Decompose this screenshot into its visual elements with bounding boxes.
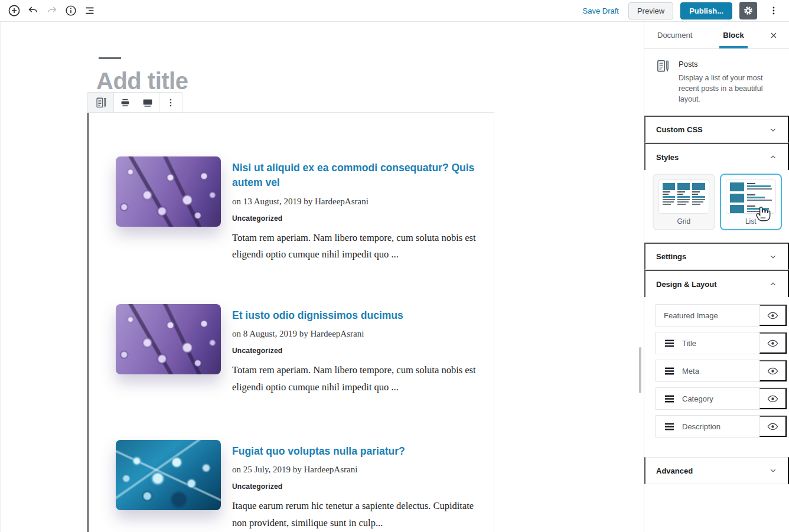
tab-document[interactable]: Document <box>656 22 693 48</box>
post-body: Nisi ut aliquid ex ea commodi consequatu… <box>232 161 477 263</box>
post-title-link[interactable]: Fugiat quo voluptas nulla pariatur? <box>232 444 477 459</box>
layout-row-description[interactable]: Description <box>655 415 787 438</box>
post-category-link[interactable]: Uncategorized <box>232 482 477 491</box>
post-excerpt: Itaque earum rerum hic tenetur a sapient… <box>232 498 480 531</box>
layout-row-featured-image[interactable]: Featured Image <box>655 304 787 327</box>
ellipsis-vertical-icon <box>165 97 177 109</box>
block-info-card: Posts Display a list of your most recent… <box>644 49 789 116</box>
layout-row-meta[interactable]: Meta <box>655 360 787 382</box>
eye-icon <box>767 393 779 405</box>
active-tab-underline <box>719 46 747 48</box>
eye-icon <box>767 309 779 322</box>
posts-block-icon <box>94 96 107 109</box>
wide-width-button[interactable] <box>114 93 136 112</box>
style-option-grid-label: Grid <box>658 217 709 226</box>
content-structure-button[interactable] <box>61 1 80 20</box>
post-featured-image[interactable] <box>116 440 221 510</box>
tab-block-label: Block <box>723 31 744 40</box>
chevron-down-icon <box>768 125 778 135</box>
styles-options: Grid List <box>644 170 789 243</box>
block-navigation-button[interactable] <box>80 1 99 20</box>
toggle-visibility-button[interactable] <box>759 332 787 354</box>
more-tools-button[interactable] <box>764 1 783 20</box>
hand-cursor-icon <box>755 203 772 222</box>
drag-handle-icon[interactable] <box>664 422 675 431</box>
drag-handle-icon[interactable] <box>664 394 675 403</box>
toggle-visibility-button[interactable] <box>759 388 787 409</box>
block-inserter-button[interactable] <box>5 1 24 20</box>
design-layout-rows: Featured Image Title Meta <box>644 297 789 457</box>
panel-settings-label: Settings <box>656 252 686 261</box>
post-title-link[interactable]: Nisi ut aliquid ex ea commodi consequatu… <box>232 161 477 191</box>
full-width-button[interactable] <box>136 93 159 112</box>
post-title-input[interactable]: Add title <box>96 68 188 94</box>
block-more-options-button[interactable] <box>159 93 182 112</box>
more-menu-icon <box>768 5 780 17</box>
block-info-text: Posts Display a list of your most recent… <box>679 58 783 105</box>
post-meta: on 13 August, 2019 by HardeepAsrani <box>232 197 477 207</box>
chevron-down-icon <box>768 252 778 262</box>
style-option-grid[interactable]: Grid <box>653 174 715 230</box>
panel-styles[interactable]: Styles <box>644 143 789 170</box>
post-body: Fugiat quo voluptas nulla pariatur? on 2… <box>232 444 477 531</box>
layout-row-label: Featured Image <box>664 311 718 320</box>
publish-button[interactable]: Publish... <box>680 2 732 19</box>
block-description: Display a list of your most recent posts… <box>679 73 783 105</box>
settings-toggle-button[interactable] <box>739 2 757 19</box>
save-draft-button[interactable]: Save Draft <box>581 3 621 19</box>
panel-design-layout-label: Design & Layout <box>656 280 717 289</box>
panel-settings[interactable]: Settings <box>644 243 789 270</box>
layout-row-title[interactable]: Title <box>655 332 787 354</box>
layout-row-label: Category <box>682 394 713 403</box>
panel-custom-css[interactable]: Custom CSS <box>644 116 789 143</box>
chevron-up-icon <box>768 279 778 289</box>
panel-design-layout[interactable]: Design & Layout <box>644 270 789 297</box>
drag-handle-icon[interactable] <box>664 367 675 376</box>
close-sidebar-button[interactable] <box>767 28 781 43</box>
content-scrollbar[interactable] <box>639 347 641 393</box>
panel-styles-label: Styles <box>656 153 679 162</box>
block-navigation-icon <box>83 4 96 17</box>
block-toolbar <box>87 92 182 113</box>
post-category-link[interactable]: Uncategorized <box>232 347 477 355</box>
post-meta: on 8 August, 2019 by HardeepAsrani <box>232 329 477 339</box>
post-meta: on 25 July, 2019 by HardeepAsrani <box>232 465 477 475</box>
style-option-list[interactable]: List <box>720 174 783 230</box>
panel-custom-css-label: Custom CSS <box>656 125 703 134</box>
layout-row-label: Description <box>682 422 720 431</box>
layout-row-category[interactable]: Category <box>655 387 787 410</box>
post-category-link[interactable]: Uncategorized <box>232 214 477 223</box>
toggle-visibility-button[interactable] <box>759 360 787 381</box>
post-list-item: Nisi ut aliquid ex ea commodi consequatu… <box>116 156 477 263</box>
post-list-item: Et iusto odio dignissimos ducimus on 8 A… <box>116 304 477 396</box>
settings-sidebar: Document Block Posts Display a list of y… <box>644 22 789 532</box>
inserter-plus-icon <box>7 4 21 18</box>
layout-row-label: Meta <box>682 367 699 376</box>
full-width-icon <box>141 96 154 109</box>
panel-advanced[interactable]: Advanced <box>644 457 789 484</box>
wide-width-icon <box>119 96 132 109</box>
toggle-visibility-button[interactable] <box>759 416 787 437</box>
post-title-link[interactable]: Et iusto odio dignissimos ducimus <box>232 308 477 323</box>
top-bar-left-tools <box>0 1 99 20</box>
redo-button[interactable] <box>43 1 61 20</box>
drag-handle-icon[interactable] <box>664 339 675 348</box>
posts-block[interactable]: Nisi ut aliquid ex ea commodi consequatu… <box>87 112 494 532</box>
undo-icon <box>27 4 40 17</box>
top-bar-right-tools: Save Draft Preview Publish... <box>581 1 789 20</box>
close-icon <box>769 31 778 40</box>
editor-canvas: Add title Nisi ut <box>0 22 644 532</box>
editor-top-bar: Save Draft Preview Publish... <box>0 0 789 22</box>
chevron-down-icon <box>768 465 778 476</box>
preview-button[interactable]: Preview <box>628 2 673 19</box>
eye-icon <box>767 337 779 350</box>
post-featured-image[interactable] <box>116 156 221 227</box>
tab-block[interactable]: Block <box>722 22 745 48</box>
posts-block-type-button[interactable] <box>88 93 114 112</box>
undo-button[interactable] <box>24 1 43 20</box>
post-featured-image[interactable] <box>116 304 221 374</box>
toggle-visibility-button[interactable] <box>759 305 787 326</box>
title-cursor-dash <box>99 57 121 59</box>
redo-icon <box>45 4 58 17</box>
layout-row-label: Title <box>682 339 696 348</box>
